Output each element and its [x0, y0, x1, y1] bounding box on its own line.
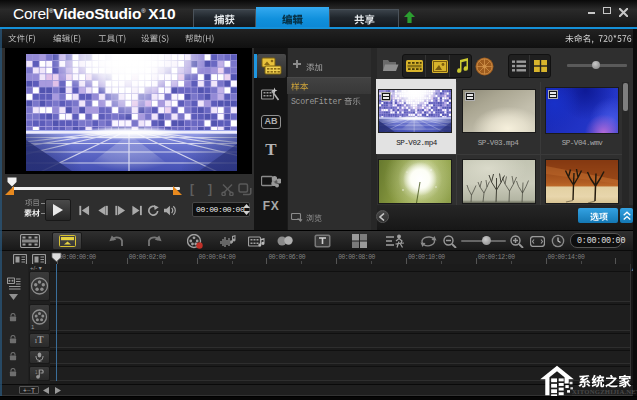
svg-text:1: 1	[31, 324, 35, 330]
svg-text:1: 1	[35, 370, 38, 375]
